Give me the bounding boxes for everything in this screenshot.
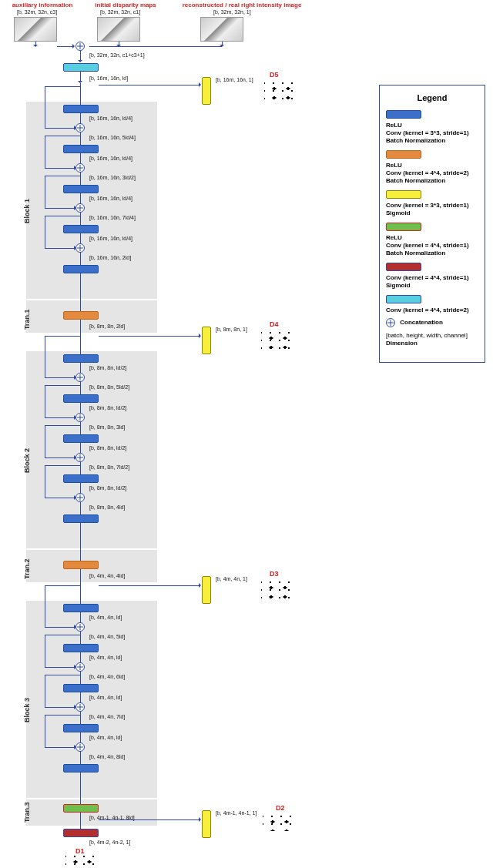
- skip-arrow: [45, 675, 80, 675]
- legend-swatch-blue: [386, 110, 421, 119]
- conv-orange: [63, 561, 99, 569]
- dim-label: [b, 4m, 4n, ld]: [89, 695, 122, 700]
- legend-text: Conv (kernel = 3*3, stride=1): [386, 202, 478, 209]
- skip-arrow: [45, 465, 80, 466]
- skip-arrow: [45, 176, 45, 208]
- arrow: [222, 42, 223, 46]
- dim-label: [b, 16m, 16n, 3ld/2]: [89, 175, 136, 180]
- dim-label: [b, 8m, 8n, 4ld]: [89, 504, 125, 510]
- dim-label: [b, 8m, 8n, 7ld/2]: [89, 464, 129, 470]
- output-thumb-d5: [263, 82, 294, 102]
- dim-label: [b, 4m, 4n, 7ld]: [89, 714, 125, 719]
- dim-label: [b, 8m, 8n, ld/2]: [89, 485, 126, 491]
- skip-arrow: [45, 136, 80, 136]
- dim-label: [b, 4m-1, 4n-1, 1]: [216, 810, 257, 816]
- arrow: [57, 46, 74, 47]
- skip-arrow: [45, 715, 45, 747]
- dim-label: [b, 16m, 16n, 5ld/4]: [89, 135, 136, 140]
- legend-text: Conv (kernel = 4*4, stride=2): [386, 169, 478, 176]
- output-thumb-d1: [65, 855, 96, 867]
- conv-blue: [63, 644, 99, 652]
- conv-blue: [63, 225, 99, 233]
- skip-arrow: [45, 336, 45, 377]
- skip-arrow: [45, 425, 80, 426]
- conv-blue: [63, 514, 99, 523]
- arrow: [99, 85, 200, 85]
- output-label-d3: D3: [270, 570, 279, 578]
- dim-label: [b, 16m, 16n, ld/4]: [89, 116, 132, 121]
- skip-arrow: [45, 168, 75, 169]
- dim-label: [b, 16m, 16n, 7ld/4]: [89, 215, 136, 220]
- legend-text: ReLU: [386, 162, 478, 169]
- conv-blue: [63, 474, 99, 483]
- legend-text: Conv (kernel = 4*4, stride=2): [386, 307, 478, 313]
- dim-label: [b, 32m, 32n, 1]: [213, 9, 251, 15]
- arrow: [80, 51, 81, 62]
- skip-arrow: [45, 216, 80, 216]
- dim-label: [b, 8m, 8n, 2ld]: [89, 323, 125, 329]
- dim-label: [b, 8m, 8n, ld/2]: [89, 405, 126, 411]
- skip-arrow: [45, 336, 80, 337]
- output-thumb-d2: [262, 815, 293, 832]
- dim-label: [b, 8m, 8n, ld/2]: [89, 365, 126, 370]
- skip-arrow: [45, 417, 75, 418]
- arrow: [80, 72, 81, 82]
- dim-label: [b, 4m, 4n, 8ld]: [89, 754, 125, 759]
- conv-blue: [63, 105, 99, 113]
- conv-blue: [63, 724, 99, 732]
- section-label-t2: Tran.2: [23, 558, 31, 579]
- legend-swatch-yellow: [386, 190, 421, 199]
- conv-blue: [63, 684, 99, 692]
- input-label-aux: auxiliary information: [8, 2, 77, 8]
- conv-yellow-d5: [202, 77, 211, 105]
- dim-label: [b, 16m, 16n, ld/4]: [89, 156, 132, 161]
- output-label-d5: D5: [270, 71, 279, 79]
- input-label-recon: reconstructed / real right intensity ima…: [180, 2, 304, 8]
- dim-label: [b, 16m, 16n, ld]: [89, 75, 128, 81]
- output-label-d4: D4: [270, 320, 279, 328]
- dim-label: [b, 8m, 8n, 1]: [216, 327, 247, 332]
- conv-cyan: [63, 63, 99, 72]
- conv-blue: [63, 394, 99, 403]
- conv-orange: [63, 311, 99, 320]
- input-thumb-disp: [97, 17, 140, 42]
- section-label-t1: Tran.1: [23, 309, 31, 330]
- legend-swatch-orange: [386, 150, 421, 159]
- legend-panel: Legend ReLU Conv (kernel = 3*3, stride=1…: [379, 85, 485, 363]
- skip-arrow: [45, 385, 45, 417]
- skip-arrow: [45, 707, 75, 708]
- conv-blue: [63, 434, 99, 443]
- legend-text: Conv (kernel = 4*4, stride=1): [386, 242, 478, 249]
- dim-label: [b, 16m, 16n, ld/4]: [89, 236, 132, 241]
- section-label-b3: Block 3: [23, 698, 31, 722]
- skip-arrow: [45, 715, 80, 716]
- arrow: [35, 42, 36, 46]
- dim-label: [b, 4m, 4n, 6ld]: [89, 674, 125, 679]
- concat-node: [75, 42, 85, 51]
- output-thumb-d4: [260, 331, 291, 351]
- conv-blue: [63, 354, 99, 363]
- skip-arrow: [45, 377, 75, 378]
- dim-label: [b, 4m, 4n, 1]: [216, 576, 247, 581]
- skip-arrow: [45, 128, 75, 129]
- conv-yellow-d2: [202, 810, 211, 838]
- legend-text: Batch Normalization: [386, 250, 478, 256]
- legend-text: ReLU: [386, 234, 478, 241]
- output-label-d1: D1: [75, 847, 85, 855]
- legend-text: Batch Normalization: [386, 177, 478, 184]
- skip-arrow: [45, 457, 75, 458]
- conv-blue: [63, 145, 99, 153]
- conv-yellow-d3: [202, 576, 211, 604]
- dim-label: [b, 8m, 8n, 5ld/2]: [89, 384, 129, 390]
- input-thumb-aux: [14, 17, 57, 42]
- dim-label: [b, 32m, 32n, c3]: [17, 9, 57, 15]
- legend-swatch-concat: [386, 318, 395, 327]
- arrow: [99, 336, 200, 337]
- conv-blue: [63, 764, 99, 772]
- dim-label: [b, 4m, 4n, ld]: [89, 615, 122, 620]
- skip-arrow: [45, 635, 45, 667]
- dim-label: [b, 32m, 32n, c1+c3+1]: [89, 52, 145, 58]
- dim-label: [b, 4m, 4n, ld]: [89, 735, 122, 740]
- conv-green: [63, 804, 99, 813]
- skip-arrow: [45, 216, 45, 248]
